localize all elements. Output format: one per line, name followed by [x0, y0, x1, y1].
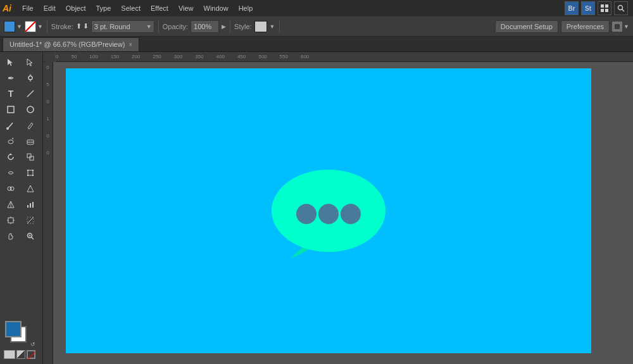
- search-icon[interactable]: [614, 1, 628, 15]
- svg-rect-24: [28, 170, 33, 175]
- tab-close-button[interactable]: ×: [128, 41, 132, 48]
- menu-select[interactable]: Select: [116, 3, 145, 13]
- apps-grid-icon[interactable]: [598, 1, 611, 15]
- svg-point-49: [318, 204, 339, 224]
- svg-rect-2: [601, 9, 604, 12]
- reset-colors-icon[interactable]: ↺: [30, 341, 35, 348]
- arrange-icon: [612, 22, 622, 32]
- svg-rect-28: [32, 175, 34, 176]
- svg-rect-27: [27, 175, 28, 176]
- svg-point-30: [10, 187, 14, 191]
- bridge-icon[interactable]: Br: [565, 1, 579, 15]
- type-tool[interactable]: T: [1, 86, 20, 101]
- style-swatch[interactable]: [254, 21, 267, 32]
- hand-tool[interactable]: [1, 229, 20, 244]
- menu-file[interactable]: File: [18, 3, 38, 13]
- svg-rect-36: [8, 218, 13, 223]
- svg-rect-25: [27, 170, 28, 171]
- menu-bar: Ai File Edit Object Type Select Effect V…: [0, 0, 633, 16]
- opacity-input[interactable]: [191, 20, 219, 33]
- pencil-tool[interactable]: [21, 118, 40, 133]
- svg-marker-9: [27, 59, 32, 66]
- document-viewport: [53, 62, 633, 364]
- style-label: Style:: [234, 23, 252, 30]
- preferences-button[interactable]: Preferences: [561, 20, 610, 33]
- live-paint-tool[interactable]: [21, 181, 40, 196]
- menu-edit[interactable]: Edit: [39, 3, 60, 13]
- toolbox-bottom: ↺: [1, 317, 41, 361]
- ruler-top: 050100150200250300350400450500550600: [43, 52, 633, 62]
- anchor-point-tool[interactable]: [21, 70, 40, 85]
- foreground-swatch[interactable]: [5, 321, 22, 337]
- svg-line-44: [32, 237, 34, 240]
- selection-tool[interactable]: [1, 54, 20, 70]
- svg-rect-7: [614, 23, 620, 30]
- bar-graph-tool[interactable]: [21, 197, 40, 212]
- menu-effect[interactable]: Effect: [146, 3, 173, 13]
- selection-indicator: ▼: [4, 21, 22, 32]
- menu-object[interactable]: Object: [61, 3, 91, 13]
- stroke-weight-control[interactable]: ⬆ ⬇: [76, 22, 89, 30]
- svg-rect-0: [601, 4, 604, 8]
- svg-marker-8: [8, 59, 13, 66]
- warp-tool[interactable]: [1, 165, 20, 180]
- ruler-left: 050100: [43, 62, 53, 364]
- arrange-arrow: ▼: [624, 23, 629, 30]
- canvas-area: 050100150200250300350400450500550600 050…: [43, 52, 633, 364]
- tab-title: Untitled-1* @ 66.67% (RGB/Preview): [9, 41, 125, 48]
- menu-window[interactable]: Window: [199, 3, 233, 13]
- document-tab[interactable]: Untitled-1* @ 66.67% (RGB/Preview) ×: [3, 37, 139, 51]
- svg-rect-33: [27, 205, 28, 208]
- rotate-tool[interactable]: [1, 149, 20, 165]
- ai-logo: Ai: [3, 3, 11, 13]
- menu-help[interactable]: Help: [234, 3, 258, 13]
- stroke-label: Stroke:: [51, 23, 73, 30]
- svg-rect-1: [605, 4, 608, 8]
- stroke-weight-input[interactable]: 3 pt. Round: [91, 20, 154, 33]
- scale-tool[interactable]: [21, 149, 40, 165]
- menu-view[interactable]: View: [174, 3, 198, 13]
- svg-rect-3: [605, 9, 608, 12]
- gradient-mode-icon[interactable]: [16, 350, 25, 359]
- toolbar: ▼ ▼ Stroke: ⬆ ⬇ 3 pt. Round ▼ Opacity: ▶…: [0, 16, 633, 37]
- direct-selection-tool[interactable]: [21, 54, 40, 70]
- blob-brush-tool[interactable]: [1, 134, 20, 149]
- perspective-grid-tool[interactable]: [1, 197, 20, 212]
- tab-bar: Untitled-1* @ 66.67% (RGB/Preview) ×: [0, 37, 633, 52]
- rect-tool[interactable]: [1, 102, 20, 117]
- svg-rect-23: [30, 156, 34, 160]
- opacity-label: Opacity:: [163, 23, 188, 30]
- main-area: ✒ T: [0, 52, 633, 364]
- menu-type[interactable]: Type: [92, 3, 116, 13]
- svg-rect-22: [27, 154, 31, 158]
- svg-line-13: [27, 91, 34, 97]
- canvas-document: [66, 68, 591, 353]
- stock-icon[interactable]: St: [581, 1, 595, 15]
- svg-line-5: [622, 9, 625, 12]
- svg-rect-26: [32, 170, 34, 171]
- zoom-tool[interactable]: [21, 229, 40, 244]
- svg-rect-34: [30, 203, 31, 208]
- svg-point-4: [618, 6, 623, 10]
- svg-rect-14: [8, 106, 14, 113]
- eraser-tool[interactable]: [21, 134, 40, 149]
- svg-line-17: [28, 128, 29, 129]
- none-mode-icon[interactable]: [27, 350, 35, 359]
- ellipse-tool[interactable]: [21, 102, 40, 117]
- color-mode-icon[interactable]: [4, 350, 15, 359]
- paintbrush-tool[interactable]: [1, 118, 20, 133]
- opacity-arrow: ▶: [222, 23, 226, 30]
- free-transform-tool[interactable]: [21, 165, 40, 180]
- slice-tool[interactable]: [21, 213, 40, 228]
- document-setup-button[interactable]: Document Setup: [495, 20, 558, 33]
- pen-tool[interactable]: ✒: [1, 70, 20, 85]
- stroke-color[interactable]: ▼: [25, 21, 43, 32]
- artboard-tool[interactable]: [1, 213, 20, 228]
- line-tool[interactable]: [21, 86, 40, 101]
- svg-point-16: [6, 127, 9, 130]
- svg-point-15: [27, 106, 34, 113]
- svg-point-18: [8, 140, 13, 144]
- shape-builder-tool[interactable]: [1, 181, 20, 196]
- svg-rect-35: [32, 202, 34, 208]
- chat-bubble-graphic: [253, 141, 404, 268]
